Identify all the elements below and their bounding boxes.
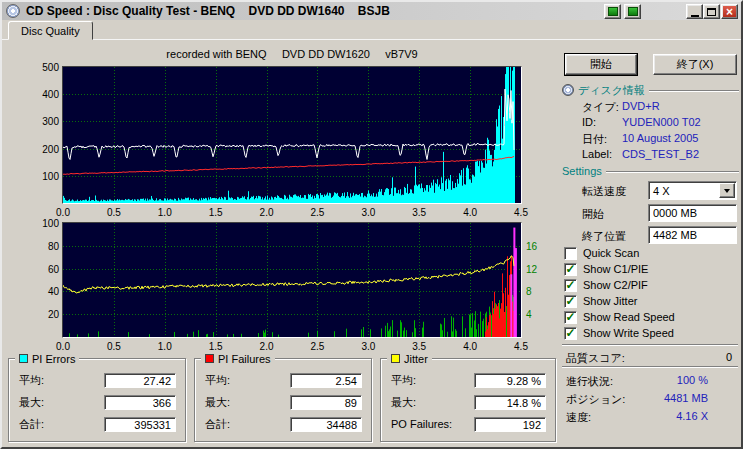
pi-errors-max-label: 最大:	[19, 395, 44, 410]
show-c2-pif-checkbox[interactable]: ✓	[564, 279, 577, 292]
disc-type-label: タイプ:	[582, 100, 619, 115]
tab-disc-quality[interactable]: Disc Quality	[8, 21, 93, 40]
po-failures-label: PO Failures:	[391, 418, 452, 430]
show-write-speed-checkbox[interactable]: ✓	[564, 327, 577, 340]
titlebar[interactable]: CD Speed : Disc Quality Test - BENQ DVD …	[2, 2, 741, 20]
close-icon: ×	[726, 6, 733, 18]
axis-tick-label: 300	[42, 116, 59, 127]
axis-tick-label: 0.5	[107, 341, 121, 352]
axis-tick-label: 100	[42, 170, 59, 181]
pi-errors-average-value: 27.42	[104, 373, 176, 388]
quality-score-value: 0	[640, 351, 732, 363]
axis-tick-label: 1.0	[158, 341, 172, 352]
quality-score-label: 品質スコア:	[566, 351, 625, 366]
check-icon: ✓	[565, 280, 575, 290]
axis-tick-label: 4.5	[514, 207, 528, 218]
titlebar-tool-button-2[interactable]	[624, 4, 641, 19]
end-position-label: 終了位置	[582, 229, 626, 244]
pi-failures-total-value: 34488	[290, 417, 362, 432]
disc-icon	[562, 84, 574, 96]
axis-tick-label: 100	[42, 218, 59, 229]
disc-date-label: 日付:	[582, 132, 607, 147]
axis-tick-label: 0.0	[56, 207, 70, 218]
combo-dropdown-button[interactable]	[719, 183, 735, 198]
axis-tick-label: 80	[48, 240, 59, 251]
show-read-speed-checkbox[interactable]: ✓	[564, 311, 577, 324]
check-icon: ✓	[565, 264, 575, 274]
axis-tick-label: 2.5	[310, 341, 324, 352]
chevron-down-icon	[724, 189, 730, 193]
settings-header: Settings	[562, 164, 739, 178]
show-c1-pie-label: Show C1/PIE	[583, 263, 648, 275]
pi-failures-total-label: 合計:	[205, 417, 230, 432]
axis-tick-label: 8	[526, 286, 532, 297]
transfer-speed-label: 転送速度	[582, 184, 626, 199]
checkbox-row-show-c1-pie[interactable]: ✓ Show C1/PIE	[564, 262, 648, 276]
axis-tick-label: 3.5	[412, 207, 426, 218]
checkbox-row-show-jitter[interactable]: ✓ Show Jitter	[564, 294, 637, 308]
titlebar-tool-button-1[interactable]	[604, 4, 621, 19]
jitter-max-label: 最大:	[391, 395, 416, 410]
show-jitter-checkbox[interactable]: ✓	[564, 295, 577, 308]
quick-scan-label: Quick Scan	[583, 247, 639, 259]
axis-tick-label: 400	[42, 89, 59, 100]
speed-value: 4.16 X	[600, 410, 708, 422]
axis-tick-label: 4	[526, 309, 532, 320]
check-icon: ✓	[565, 312, 575, 322]
checkbox-row-quick-scan[interactable]: ✓ Quick Scan	[564, 246, 639, 260]
pi-errors-panel: PI Errors 平均:27.42 最大:366 合計:395331	[8, 358, 186, 442]
axis-tick-label: 1.0	[158, 207, 172, 218]
jitter-panel: Jitter 平均:9.28 % 最大:14.8 % PO Failures:1…	[380, 358, 556, 442]
po-failures-value: 192	[474, 417, 546, 432]
axis-tick-label: 4.0	[463, 207, 477, 218]
speed-label: 速度:	[566, 410, 591, 425]
show-c1-pie-checkbox[interactable]: ✓	[564, 263, 577, 276]
minimize-icon	[691, 15, 699, 17]
checkbox-row-show-c2-pif[interactable]: ✓ Show C2/PIF	[564, 278, 648, 292]
close-button[interactable]: ×	[721, 4, 738, 19]
start-position-input[interactable]	[648, 204, 737, 222]
header-rule	[606, 171, 739, 173]
pi-failures-max-label: 最大:	[205, 395, 230, 410]
transfer-speed-select[interactable]: 4 X	[648, 181, 737, 200]
axis-tick-label: 1.5	[209, 341, 223, 352]
exit-button[interactable]: 終了(X)	[653, 54, 737, 75]
start-position-label: 開始	[582, 207, 604, 222]
start-button[interactable]: 開始	[565, 54, 637, 75]
jitter-panel-title: Jitter	[387, 352, 432, 365]
axis-tick-label: 2.0	[260, 341, 274, 352]
recorded-with-label: recorded with BENQ DVD DD DW1620 vB7V9	[62, 48, 522, 60]
checkbox-row-show-write-speed[interactable]: ✓ Show Write Speed	[564, 326, 674, 340]
pi-failures-max-value: 89	[290, 395, 362, 410]
separator	[562, 344, 738, 346]
axis-tick-label: 16	[526, 240, 537, 251]
axis-tick-label: 2.5	[310, 207, 324, 218]
maximize-icon	[707, 8, 716, 16]
checkbox-row-show-read-speed[interactable]: ✓ Show Read Speed	[564, 310, 675, 324]
tool-icon	[608, 7, 618, 16]
pif-jitter-chart-canvas	[63, 223, 521, 337]
separator	[562, 366, 738, 368]
show-write-speed-label: Show Write Speed	[583, 327, 674, 339]
disc-label-value: CDS_TEST_B2	[622, 148, 699, 160]
pi-failures-panel: PI Failures 平均:2.54 最大:89 合計:34488	[194, 358, 372, 442]
pif-jitter-chart: 204060801000.00.51.01.52.02.53.03.54.04.…	[62, 222, 522, 338]
minimize-button[interactable]	[686, 4, 703, 19]
axis-tick-label: 200	[42, 143, 59, 154]
disc-id-label: ID:	[582, 116, 596, 128]
axis-tick-label: 500	[42, 62, 59, 73]
pie-errors-speed-chart: 1002003004005000.00.51.01.52.02.53.03.54…	[62, 66, 522, 204]
pi-failures-panel-title: PI Failures	[201, 352, 275, 365]
maximize-button[interactable]	[703, 4, 720, 19]
disc-info-header-label: ディスク情報	[578, 83, 645, 98]
end-position-input[interactable]	[648, 226, 737, 244]
position-value: 4481 MB	[600, 392, 708, 404]
axis-tick-label: 20	[48, 309, 59, 320]
axis-tick-label: 3.5	[412, 341, 426, 352]
pi-failures-color-chip	[205, 354, 214, 363]
pi-errors-max-value: 366	[104, 395, 176, 410]
disc-info-header: ディスク情報	[562, 83, 739, 97]
quick-scan-checkbox[interactable]: ✓	[564, 247, 577, 260]
axis-tick-label: 60	[48, 263, 59, 274]
transfer-speed-value: 4 X	[649, 185, 718, 197]
